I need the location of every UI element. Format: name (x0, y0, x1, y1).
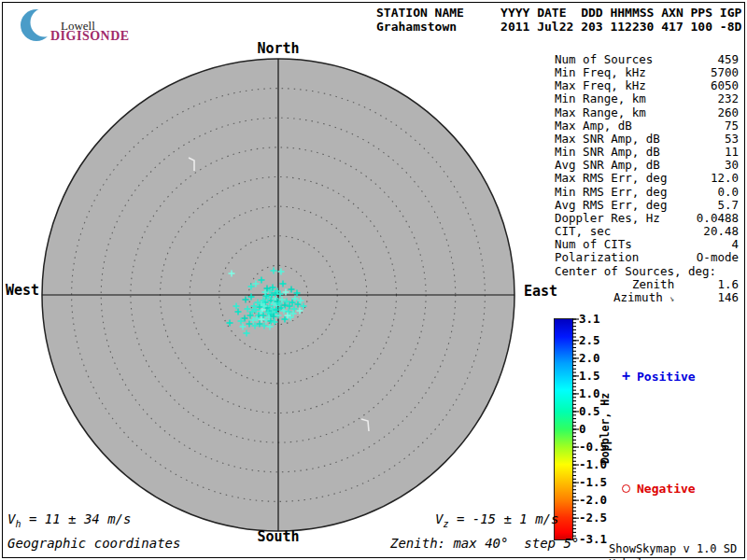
colorbar-tick-label: 0 (579, 422, 586, 436)
stat-value: O-mode (697, 251, 739, 264)
stat-row: Min SNR Amp, dB11 (555, 146, 739, 159)
stat-label: Max SNR Amp, dB (555, 133, 660, 146)
stat-label: Num of CITs (555, 238, 632, 251)
vertical-velocity-readout: Vz = -15 ± 1 m/s (435, 511, 558, 529)
stat-value: 11 (725, 146, 739, 159)
compass-label-east: East (524, 283, 557, 300)
stat-row: Min Freq, kHz5700 (555, 66, 739, 79)
zenith-scale-note: Zenith: max 40° step 5° (390, 536, 579, 551)
colorbar-title: Doppler, Hz (599, 393, 612, 464)
stat-value: 232 (717, 92, 739, 105)
colorbar-tick-label: 1.0 (579, 385, 600, 399)
stat-value: 459 (717, 53, 739, 66)
compass-label-west: West (6, 282, 39, 299)
statistics-panel: Num of Sources459Min Freq, kHz5700Max Fr… (555, 53, 739, 304)
colorbar-tick-label: -2.0 (579, 493, 607, 507)
stat-value: 75 (725, 119, 739, 133)
coordinate-system-note: Geographic coordinates (7, 536, 180, 551)
stat-label: Avg RMS Err, deg (555, 199, 667, 212)
legend-positive: + Positive (622, 370, 696, 384)
stat-label: Max Range, km (555, 106, 646, 119)
stat-row: Min Range, km232 (555, 92, 739, 105)
stat-label: CIT, sec (555, 225, 611, 238)
header-values: Grahamstown 2011 Jul22 203 112230 417 10… (376, 20, 741, 34)
stat-row: Max RMS Err, deg12.0 (555, 172, 739, 185)
azimuth-direction-arrow: ↑ (668, 294, 677, 303)
stat-label: Max Amp, dB (555, 119, 632, 133)
stat-value: 12.0 (711, 172, 739, 185)
stat-row: Min RMS Err, deg0.0 (555, 186, 739, 199)
stat-label: Max Freq, kHz (555, 79, 646, 92)
stat-label: Polarization (555, 251, 639, 264)
colorbar-tick-label: -1.5 (579, 475, 607, 489)
legend-negative-label: Negative (637, 482, 696, 496)
stat-row: Max Range, km260 (555, 106, 739, 119)
stat-row: Center of Sources, deg: (555, 265, 739, 278)
colorbar-tick-label: 2.5 (579, 332, 600, 346)
negative-circle-icon (622, 484, 630, 493)
colorbar-tick-label: 1.5 (579, 368, 600, 382)
stat-value: 6050 (711, 79, 739, 92)
stat-row: Max SNR Amp, dB53 (555, 133, 739, 146)
stat-label: Zenith (555, 278, 674, 291)
stat-row: Max Amp, dB75 (555, 119, 739, 133)
stat-label: Center of Sources, deg: (555, 265, 716, 278)
stat-row: Num of Sources459 (555, 53, 739, 66)
stat-value: 5700 (711, 66, 739, 79)
logo-text-digisonde: DIGISONDE (50, 29, 130, 44)
stat-row: Avg RMS Err, deg5.7 (555, 199, 739, 212)
stat-value: 0.0 (717, 186, 739, 199)
stat-value: 4 (731, 238, 739, 251)
stat-label: Min RMS Err, deg (555, 186, 667, 199)
stat-label: Avg SNR Amp, dB (555, 159, 660, 172)
stat-row: Max Freq, kHz6050 (555, 79, 739, 92)
version-text: ShowSkymap v 1.0 SD v 5.1 (609, 542, 747, 560)
stat-label: Min Freq, kHz (555, 66, 646, 79)
header-column-labels: STATION NAME YYYY DATE DDD HHMMSS AXN PP… (376, 6, 741, 20)
stat-label: Min Range, km (555, 92, 646, 105)
legend-negative: Negative (622, 482, 696, 496)
stat-row: CIT, sec20.48 (555, 225, 739, 238)
stat-label: Max RMS Err, deg (555, 172, 667, 185)
stat-row: Azimuth ↑146 (555, 291, 739, 304)
compass-label-north: North (257, 40, 299, 57)
stat-row: Num of CITs4 (555, 238, 739, 251)
stat-row: Doppler Res, Hz0.0488 (555, 212, 739, 225)
stat-label: Min SNR Amp, dB (555, 146, 660, 159)
colorbar-tick-label: -3.1 (579, 532, 607, 546)
plus-icon: + (622, 371, 630, 383)
horizontal-velocity-readout: Vh = 11 ± 34 m/s (7, 511, 131, 529)
doppler-colorbar (554, 318, 573, 540)
stat-row: Avg SNR Amp, dB30 (555, 159, 739, 172)
colorbar-tick-label: 3.1 (579, 312, 600, 326)
lowell-digisonde-logo: Lowell DIGISONDE (17, 4, 157, 43)
stat-value: 30 (725, 159, 739, 172)
station-header: STATION NAME YYYY DATE DDD HHMMSS AXN PP… (376, 6, 741, 34)
stat-label: Azimuth ↑ (555, 291, 675, 304)
colorbar-tick-label: 0.5 (579, 403, 600, 417)
stat-row: Zenith1.6 (555, 278, 739, 291)
stat-value: 5.7 (717, 199, 739, 212)
stat-value: 260 (717, 106, 739, 119)
stat-label: Num of Sources (555, 53, 653, 66)
legend-positive-label: Positive (637, 370, 696, 384)
stat-value: 146 (717, 291, 739, 304)
colorbar-tick-label: -2.5 (579, 511, 607, 525)
stat-value: 1.6 (717, 278, 739, 291)
showskymap-window: { "logo": { "brand_top": "Lowell", "bran… (0, 0, 747, 560)
stat-value: 53 (725, 133, 739, 146)
stat-value: 20.48 (703, 225, 739, 238)
colorbar-tick-label: 2.0 (579, 350, 600, 364)
stat-label: Doppler Res, Hz (555, 212, 660, 225)
compass-label-south: South (257, 528, 299, 545)
stat-value: 0.0488 (697, 212, 739, 225)
stat-row: PolarizationO-mode (555, 251, 739, 264)
